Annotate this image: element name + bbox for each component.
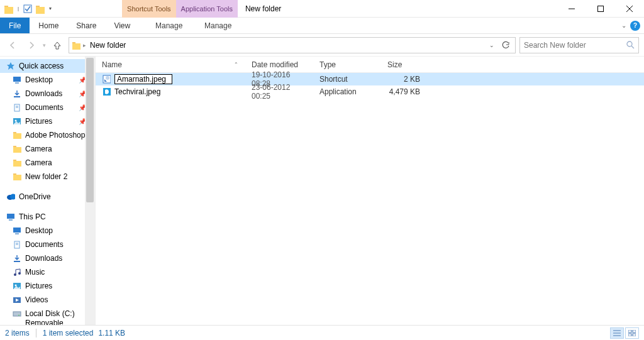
breadcrumb-separator[interactable]: ▸ xyxy=(83,42,86,48)
sidebar-item[interactable]: Camera xyxy=(0,142,95,156)
refresh-button[interactable] xyxy=(499,38,513,52)
file-row[interactable]: Techviral.jpeg23-06-2012 00:25Applicatio… xyxy=(96,85,644,98)
navigation-pane: Quick access Desktop📌Downloads📌Documents… xyxy=(0,57,96,325)
svg-point-41 xyxy=(18,272,21,275)
column-header-name[interactable]: Name⌃ xyxy=(96,57,245,72)
address-folder-icon xyxy=(72,41,80,50)
sidebar-item-label: Downloads xyxy=(25,254,62,263)
sidebar-item-label: Adobe Photoshop… xyxy=(25,131,92,140)
rename-input[interactable]: Amarnath.jpeg xyxy=(114,74,172,84)
sidebar-item[interactable]: Camera xyxy=(0,156,95,170)
sidebar-item-label: Camera xyxy=(25,158,52,167)
sidebar-item[interactable]: Documents xyxy=(0,238,95,251)
nav-up-button[interactable] xyxy=(50,38,65,53)
context-tab-application-tools[interactable]: Application Tools xyxy=(176,0,238,18)
svg-line-12 xyxy=(631,46,634,48)
qat-customize-dropdown[interactable]: ▾ xyxy=(48,6,53,11)
ribbon-sub-shortcut-manage[interactable]: Manage xyxy=(144,18,193,33)
ribbon-tabs: File Home Share View Manage Manage ⌄ ? xyxy=(0,18,644,34)
svg-rect-2 xyxy=(24,5,31,13)
sidebar-quick-access[interactable]: Quick access xyxy=(0,59,95,73)
sidebar-item-label: Camera xyxy=(25,145,52,153)
star-icon xyxy=(6,62,15,70)
svg-point-11 xyxy=(627,41,632,47)
sidebar-scrollbar[interactable] xyxy=(85,57,95,325)
ribbon-sub-application-manage[interactable]: Manage xyxy=(193,18,242,33)
column-header-size[interactable]: Size xyxy=(381,57,426,72)
maximize-button[interactable] xyxy=(586,0,615,17)
file-type: Shortcut xyxy=(313,75,381,84)
sidebar-item[interactable]: Documents📌 xyxy=(0,101,95,114)
desktop-icon xyxy=(13,226,21,235)
svg-rect-46 xyxy=(13,312,21,316)
svg-marker-13 xyxy=(7,62,14,70)
search-input[interactable] xyxy=(524,41,626,50)
svg-rect-39 xyxy=(14,261,20,262)
svg-rect-10 xyxy=(72,43,80,50)
context-tab-shortcut-tools[interactable]: Shortcut Tools xyxy=(122,0,176,18)
address-bar[interactable]: ▸ New folder ⌄ xyxy=(69,37,516,53)
documents-icon xyxy=(13,240,21,249)
sidebar-item-label: Pictures xyxy=(25,282,52,290)
nav-back-button[interactable] xyxy=(5,38,20,53)
close-button[interactable] xyxy=(615,0,644,17)
downloads-icon xyxy=(13,89,21,98)
file-icon xyxy=(102,87,111,96)
navigation-bar: ▾ ▸ New folder ⌄ xyxy=(0,34,644,57)
help-icon[interactable]: ? xyxy=(630,21,640,31)
sidebar-item[interactable]: Pictures📌 xyxy=(0,114,95,128)
sidebar-item[interactable]: Desktop xyxy=(0,224,95,238)
file-rows[interactable]: Amarnath.jpeg19-10-2016 08:28Shortcut2 K… xyxy=(96,73,644,325)
sidebar-item-label: Downloads xyxy=(25,89,62,98)
sidebar-item[interactable]: Videos xyxy=(0,293,95,307)
address-history-dropdown[interactable]: ⌄ xyxy=(485,38,499,52)
new-folder-icon[interactable] xyxy=(35,4,45,14)
ribbon-expand-icon[interactable]: ⌄ xyxy=(621,22,626,29)
nav-forward-button[interactable] xyxy=(24,38,39,53)
sidebar-item-label: Pictures xyxy=(25,117,52,126)
svg-point-52 xyxy=(106,76,109,80)
recent-locations-dropdown[interactable]: ▾ xyxy=(43,42,46,48)
svg-rect-25 xyxy=(13,147,21,153)
minimize-button[interactable] xyxy=(557,0,586,17)
file-list-pane: Name⌃ Date modified Type Size Amarnath.j… xyxy=(96,57,644,325)
sidebar-item-label: Documents xyxy=(25,240,64,249)
sidebar-item[interactable]: Downloads📌 xyxy=(0,87,95,101)
folder-icon xyxy=(13,172,21,181)
ribbon-tab-home[interactable]: Home xyxy=(30,18,67,33)
sidebar-item-label: Documents xyxy=(25,103,64,112)
column-header-type[interactable]: Type xyxy=(313,57,381,72)
ribbon-tab-file[interactable]: File xyxy=(0,18,30,33)
svg-rect-35 xyxy=(15,233,19,234)
status-item-count: 2 items xyxy=(5,329,30,337)
sidebar-item[interactable]: Music xyxy=(0,265,95,279)
svg-rect-27 xyxy=(13,161,21,167)
pictures-icon xyxy=(13,117,21,126)
svg-rect-47 xyxy=(18,315,19,315)
file-date: 23-06-2012 00:25 xyxy=(245,83,313,101)
ribbon-tab-view[interactable]: View xyxy=(105,18,139,33)
folder-icon xyxy=(13,145,21,153)
ribbon-tab-share[interactable]: Share xyxy=(67,18,105,33)
svg-point-43 xyxy=(15,285,17,287)
search-icon[interactable] xyxy=(626,41,635,49)
sidebar-item-label: Desktop xyxy=(25,75,53,84)
view-thumbnails-button[interactable] xyxy=(625,327,639,339)
sidebar-this-pc[interactable]: This PC xyxy=(0,210,95,224)
documents-icon xyxy=(13,103,21,112)
view-details-button[interactable] xyxy=(610,327,624,339)
sidebar-item[interactable]: Removable Disk⌄ xyxy=(0,321,95,325)
sidebar-item[interactable]: Downloads xyxy=(0,251,95,265)
sidebar-item[interactable]: Pictures xyxy=(0,279,95,293)
app-icon xyxy=(4,4,14,14)
breadcrumb-item[interactable]: New folder xyxy=(89,41,127,50)
sidebar-item[interactable]: Adobe Photoshop… xyxy=(0,128,95,142)
status-bar: 2 items 1 item selected 1.11 KB xyxy=(0,325,644,340)
search-box[interactable] xyxy=(519,37,639,53)
properties-icon[interactable] xyxy=(23,4,33,14)
sidebar-scrollbar-thumb[interactable] xyxy=(86,58,94,202)
file-row[interactable]: Amarnath.jpeg19-10-2016 08:28Shortcut2 K… xyxy=(96,73,644,85)
sidebar-item[interactable]: New folder 2 xyxy=(0,170,95,184)
sidebar-onedrive[interactable]: OneDrive xyxy=(0,190,95,204)
sidebar-item[interactable]: Desktop📌 xyxy=(0,73,95,87)
